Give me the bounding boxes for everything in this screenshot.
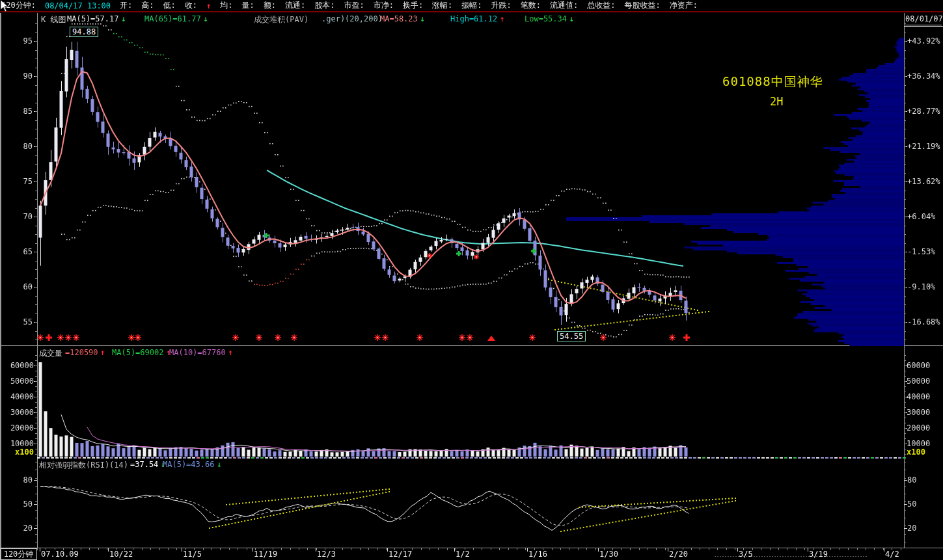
volume-tick-label: 40000 (3, 392, 34, 401)
percent-tick-label: +21.19% (907, 142, 940, 151)
topbar-field: 涨幅: (432, 0, 452, 11)
topbar-field: 笔数: (521, 0, 541, 11)
volume-tick-label: 60000 (907, 361, 930, 370)
volume-tick-label: 50000 (3, 377, 34, 386)
topbar-field: 流通: (285, 0, 305, 11)
close-up-arrow-icon: ↑ (206, 1, 211, 10)
high-price-annotation: 94.88 (70, 27, 98, 37)
right-axis-date: 08/01/07 (905, 14, 942, 25)
legend-item: 成交量 (39, 348, 62, 359)
topbar-field: 总收益: (587, 0, 615, 11)
percent-tick-label: +13.62% (907, 177, 940, 186)
price-tick-label: 80 (12, 142, 33, 151)
topbar-field: 额: (264, 0, 276, 11)
down-arrow-icon: ↓ (569, 14, 574, 23)
topbar-field: 净资产: (670, 0, 698, 11)
topbar-field: 收: (185, 0, 197, 11)
topbar-field: 流通值: (550, 0, 578, 11)
legend-item: .ger)(20,200) (321, 14, 383, 23)
date-tick-label: 07.10.09 (41, 550, 79, 559)
legend-item: Low=55.34 (525, 14, 567, 23)
volume-tick-label: 60000 (3, 361, 34, 370)
percent-tick-label: -1.53% (907, 247, 935, 256)
volume-tick-label: 10000 (3, 439, 34, 448)
up-arrow-icon: ↑ (100, 348, 105, 357)
date-tick-label: 3/19 (809, 550, 828, 559)
down-arrow-icon: ↓ (204, 14, 208, 23)
volume-tick-label: 30000 (3, 408, 34, 417)
topbar-field: 低: (163, 0, 176, 11)
rsi-tick-label: 80 (12, 475, 33, 485)
volume-unit-label: x100 (907, 447, 925, 457)
down-arrow-icon: ↓ (217, 460, 221, 469)
symbol-watermark: 601088中国神华 (722, 73, 823, 90)
volume-tick-label: 50000 (907, 377, 930, 386)
volume-pane-legend: 成交量=120590↑MA(5)=69002↑MA(10)=67760↑ (0, 348, 904, 358)
date-tick-label: 1/16 (528, 550, 547, 559)
date-tick-label: 11/5 (183, 550, 202, 559)
price-tick-label: 75 (12, 177, 33, 186)
legend-item: MA(65)=61.77 (144, 14, 201, 23)
rsi-tick-label: 80 (907, 475, 916, 485)
topbar-field: 股本: (314, 0, 335, 11)
topbar-field: 市净: (374, 0, 394, 11)
down-arrow-icon: ↓ (420, 14, 424, 23)
topbar-field: 换手: (403, 0, 423, 11)
topbar-field: 每股收益: (625, 0, 661, 11)
volume-tick-label: 20000 (907, 423, 930, 433)
price-tick-label: 60 (12, 282, 33, 291)
date-tick-label: 4/2 (885, 550, 899, 559)
topbar-field: 振幅: (461, 0, 482, 11)
percent-tick-label: -9.10% (907, 282, 935, 291)
legend-item: MA=58.23 (380, 14, 418, 23)
datetime-field: 08/04/17 13:00 (45, 1, 111, 10)
date-tick-label: 11/19 (254, 550, 277, 559)
price-tick-label: 90 (12, 72, 33, 81)
price-tick-label: 95 (12, 36, 33, 46)
topbar-field: 量: (241, 0, 254, 11)
date-tick-label: 10/22 (109, 550, 133, 559)
legend-item: High=61.12 (450, 14, 497, 23)
legend-item: 相对强弱指数(RSI)(14) (39, 460, 128, 471)
percent-tick-label: +28.77% (907, 107, 940, 116)
volume-tick-label: 30000 (907, 408, 930, 417)
percent-tick-label: +43.92% (907, 36, 940, 46)
date-tick-label: 12/3 (317, 550, 336, 559)
volume-unit-label: x100 (3, 447, 34, 457)
legend-item: 成交堆积(PAV) (254, 14, 308, 25)
topbar-field: 高: (141, 0, 154, 11)
date-tick-label: 3/5 (739, 550, 753, 559)
interval-watermark: 2H (770, 95, 783, 108)
kline-pane-title: K 线图 (41, 14, 66, 25)
date-tick-label: 1/2 (456, 550, 470, 559)
percent-tick-label: +36.34% (907, 72, 940, 81)
cursor-icon (0, 0, 12, 13)
low-price-annotation: 54.55 (557, 331, 586, 341)
main-pane-legend: K 线图 MA(5)=57.17↓MA(65)=61.77↓成交堆积(PAV).… (0, 14, 904, 24)
date-tick-label: 2/20 (669, 550, 688, 559)
down-arrow-icon: ↓ (121, 14, 126, 23)
legend-item: MA(10)=67760 (169, 348, 226, 357)
rsi-pane-legend: 相对强弱指数(RSI)(14)=37.54↓MA(5)=43.66↓ (0, 460, 904, 470)
rsi-tick-label: 20 (12, 524, 33, 533)
up-arrow-icon: ↑ (500, 14, 504, 23)
volume-tick-label: 20000 (3, 423, 34, 433)
price-tick-label: 65 (12, 247, 33, 256)
legend-item: MA(5)=43.66 (163, 460, 214, 469)
volume-tick-label: 40000 (907, 392, 930, 401)
percent-tick-label: +6.04% (907, 212, 935, 221)
top-info-bar: 120分钟: 08/04/17 13:00 开:高:低:收:↑均:量:额:流通:… (0, 0, 943, 11)
volume-tick-label: 10000 (907, 439, 930, 448)
topbar-field: 均: (220, 0, 232, 11)
legend-item: =120590 (65, 348, 98, 357)
interval-selector[interactable]: 120分钟 (0, 548, 37, 560)
date-tick-label: 12/17 (389, 550, 412, 559)
price-tick-label: 70 (12, 212, 33, 221)
price-tick-label: 55 (12, 317, 33, 327)
topbar-field: 升跌: (491, 0, 512, 11)
trading-terminal: { "app": {"name":"stock-charting-termina… (0, 0, 943, 560)
legend-item: =37.54 (130, 460, 158, 469)
topbar-field: 市盈: (344, 0, 364, 11)
price-tick-label: 85 (12, 107, 33, 116)
rsi-tick-label: 50 (907, 500, 916, 509)
